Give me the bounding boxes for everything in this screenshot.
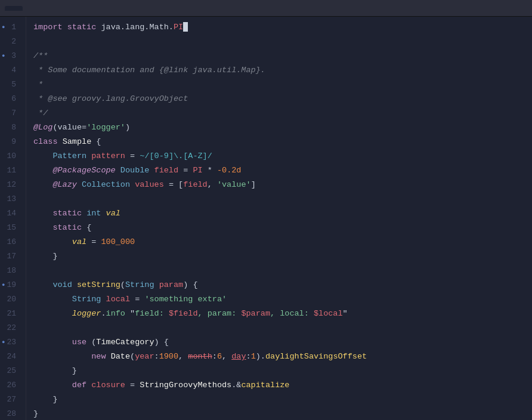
code-line: @Log(value='logger'): [33, 121, 532, 135]
code-line: use (TimeCategory) {: [33, 335, 532, 350]
code-line: [33, 192, 532, 206]
file-tab[interactable]: [5, 6, 23, 11]
code-line: val = 100_000: [33, 235, 532, 249]
line-numbers: ●12●3456789101112131415161718●19202122●2…: [0, 17, 26, 420]
code-line: new Date(year:1900, month:6, day:1).dayl…: [33, 350, 532, 364]
code-line: }: [33, 407, 532, 420]
code-line: [33, 35, 532, 49]
code-line: @PackageScope Double field = PI * -0.2d: [33, 163, 532, 178]
code-line: class Sample {: [33, 135, 532, 149]
code-line: * Some documentation and {@link java.uti…: [33, 63, 532, 78]
code-line: String local = 'something extra': [33, 292, 532, 307]
editor: ●12●3456789101112131415161718●19202122●2…: [0, 17, 532, 420]
code-line: import static java.lang.Math.PI: [33, 20, 532, 35]
code-line: */: [33, 106, 532, 121]
code-line: }: [33, 393, 532, 407]
code-line: /**: [33, 49, 532, 63]
code-line: def closure = StringGroovyMethods.&capit…: [33, 378, 532, 393]
code-line: }: [33, 249, 532, 264]
code-line: static {: [33, 221, 532, 235]
code-line: Pattern pattern = ~/[0-9]\.[A-Z]/: [33, 149, 532, 163]
code-line: *: [33, 78, 532, 92]
code-line: static int val: [33, 206, 532, 221]
titlebar: [0, 0, 532, 17]
code-line: }: [33, 364, 532, 378]
code-line: void setString(String param) {: [33, 278, 532, 292]
code-line: logger.info "field: $field, param: $para…: [33, 307, 532, 321]
code-line: [33, 321, 532, 335]
code-area[interactable]: import static java.lang.Math.PI/** * Som…: [26, 17, 532, 420]
code-line: @Lazy Collection values = [field, 'value…: [33, 178, 532, 192]
code-line: * @see groovy.lang.GroovyObject: [33, 92, 532, 106]
code-line: [33, 264, 532, 278]
